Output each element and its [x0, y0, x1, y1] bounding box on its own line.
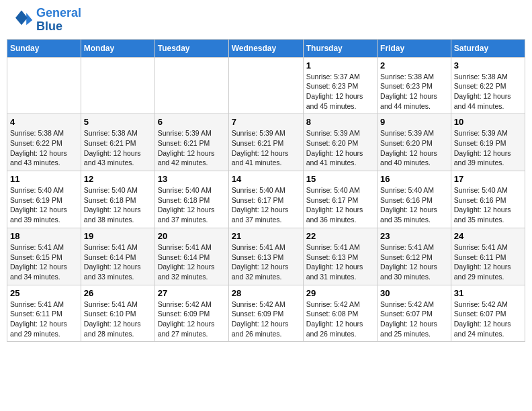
calendar-cell: 19Sunrise: 5:41 AMSunset: 6:14 PMDayligh…: [81, 228, 154, 285]
day-number: 22: [306, 231, 374, 241]
day-info: Sunrise: 5:42 AMSunset: 6:08 PMDaylight:…: [306, 300, 374, 339]
calendar-cell: 2Sunrise: 5:38 AMSunset: 6:23 PMDaylight…: [378, 57, 451, 114]
day-number: 13: [158, 174, 226, 184]
weekday-header-monday: Monday: [81, 39, 154, 57]
calendar-cell: 21Sunrise: 5:41 AMSunset: 6:13 PMDayligh…: [228, 228, 303, 285]
day-number: 9: [380, 117, 448, 127]
day-info: Sunrise: 5:39 AMSunset: 6:21 PMDaylight:…: [232, 128, 300, 168]
day-info: Sunrise: 5:38 AMSunset: 6:21 PMDaylight:…: [84, 128, 152, 168]
weekday-header-tuesday: Tuesday: [154, 39, 228, 57]
day-number: 1: [306, 60, 374, 71]
day-info: Sunrise: 5:42 AMSunset: 6:09 PMDaylight:…: [158, 300, 226, 339]
day-info: Sunrise: 5:38 AMSunset: 6:22 PMDaylight:…: [454, 72, 522, 111]
day-number: 31: [454, 288, 522, 298]
calendar-table: SundayMondayTuesdayWednesdayThursdayFrid…: [7, 39, 525, 342]
day-info: Sunrise: 5:40 AMSunset: 6:18 PMDaylight:…: [158, 185, 226, 225]
day-number: 26: [84, 288, 152, 298]
day-number: 24: [454, 231, 522, 241]
day-info: Sunrise: 5:40 AMSunset: 6:16 PMDaylight:…: [380, 185, 448, 225]
calendar-cell: 1Sunrise: 5:37 AMSunset: 6:23 PMDaylight…: [303, 57, 377, 114]
day-info: Sunrise: 5:39 AMSunset: 6:20 PMDaylight:…: [380, 128, 448, 168]
day-number: 19: [84, 231, 152, 241]
day-info: Sunrise: 5:39 AMSunset: 6:20 PMDaylight:…: [306, 128, 374, 168]
calendar-cell: 31Sunrise: 5:42 AMSunset: 6:07 PMDayligh…: [451, 285, 525, 342]
day-info: Sunrise: 5:41 AMSunset: 6:13 PMDaylight:…: [306, 242, 374, 282]
day-number: 27: [158, 288, 226, 298]
logo-text: General Blue: [36, 7, 81, 34]
day-info: Sunrise: 5:41 AMSunset: 6:14 PMDaylight:…: [84, 242, 152, 282]
calendar-cell: 9Sunrise: 5:39 AMSunset: 6:20 PMDaylight…: [378, 114, 451, 171]
day-number: 29: [306, 288, 374, 298]
day-number: 10: [454, 117, 522, 127]
day-info: Sunrise: 5:38 AMSunset: 6:22 PMDaylight:…: [10, 128, 78, 168]
calendar-cell: 13Sunrise: 5:40 AMSunset: 6:18 PMDayligh…: [154, 171, 228, 228]
day-number: 11: [10, 174, 78, 184]
day-number: 7: [232, 117, 300, 127]
calendar-cell: 11Sunrise: 5:40 AMSunset: 6:19 PMDayligh…: [7, 171, 81, 228]
calendar-cell: 6Sunrise: 5:39 AMSunset: 6:21 PMDaylight…: [154, 114, 228, 171]
day-info: Sunrise: 5:41 AMSunset: 6:15 PMDaylight:…: [10, 242, 78, 282]
calendar-cell: 16Sunrise: 5:40 AMSunset: 6:16 PMDayligh…: [378, 171, 451, 228]
day-info: Sunrise: 5:40 AMSunset: 6:16 PMDaylight:…: [454, 185, 522, 225]
day-number: 14: [232, 174, 300, 184]
day-number: 8: [306, 117, 374, 127]
day-info: Sunrise: 5:41 AMSunset: 6:14 PMDaylight:…: [158, 242, 226, 282]
calendar-cell: 4Sunrise: 5:38 AMSunset: 6:22 PMDaylight…: [7, 114, 81, 171]
day-number: 15: [306, 174, 374, 184]
day-info: Sunrise: 5:42 AMSunset: 6:09 PMDaylight:…: [232, 300, 300, 339]
day-info: Sunrise: 5:39 AMSunset: 6:21 PMDaylight:…: [158, 128, 226, 168]
calendar-cell: 3Sunrise: 5:38 AMSunset: 6:22 PMDaylight…: [451, 57, 525, 114]
day-info: Sunrise: 5:42 AMSunset: 6:07 PMDaylight:…: [454, 300, 522, 339]
logo: General Blue: [9, 7, 81, 34]
calendar-cell: 15Sunrise: 5:40 AMSunset: 6:17 PMDayligh…: [303, 171, 377, 228]
day-number: 30: [380, 288, 448, 298]
day-number: 4: [10, 117, 78, 127]
calendar-cell: 23Sunrise: 5:41 AMSunset: 6:12 PMDayligh…: [378, 228, 451, 285]
weekday-header-wednesday: Wednesday: [228, 39, 303, 57]
svg-marker-0: [26, 13, 32, 25]
day-info: Sunrise: 5:40 AMSunset: 6:17 PMDaylight:…: [306, 185, 374, 225]
day-number: 17: [454, 174, 522, 184]
calendar-cell: 17Sunrise: 5:40 AMSunset: 6:16 PMDayligh…: [451, 171, 525, 228]
day-info: Sunrise: 5:40 AMSunset: 6:19 PMDaylight:…: [10, 185, 78, 225]
weekday-header-sunday: Sunday: [7, 39, 81, 57]
calendar-cell: 25Sunrise: 5:41 AMSunset: 6:11 PMDayligh…: [7, 285, 81, 342]
calendar-cell: 10Sunrise: 5:39 AMSunset: 6:19 PMDayligh…: [451, 114, 525, 171]
calendar-cell: 5Sunrise: 5:38 AMSunset: 6:21 PMDaylight…: [81, 114, 154, 171]
day-info: Sunrise: 5:39 AMSunset: 6:19 PMDaylight:…: [454, 128, 522, 168]
day-number: 20: [158, 231, 226, 241]
day-number: 23: [380, 231, 448, 241]
calendar-cell: 27Sunrise: 5:42 AMSunset: 6:09 PMDayligh…: [154, 285, 228, 342]
day-number: 12: [84, 174, 152, 184]
calendar-cell: 20Sunrise: 5:41 AMSunset: 6:14 PMDayligh…: [154, 228, 228, 285]
weekday-header-saturday: Saturday: [451, 39, 525, 57]
day-number: 25: [10, 288, 78, 298]
calendar-cell: 12Sunrise: 5:40 AMSunset: 6:18 PMDayligh…: [81, 171, 154, 228]
calendar-cell: 22Sunrise: 5:41 AMSunset: 6:13 PMDayligh…: [303, 228, 377, 285]
day-number: 28: [232, 288, 300, 298]
calendar-cell: 29Sunrise: 5:42 AMSunset: 6:08 PMDayligh…: [303, 285, 377, 342]
calendar-cell: 30Sunrise: 5:42 AMSunset: 6:07 PMDayligh…: [378, 285, 451, 342]
day-number: 18: [10, 231, 78, 241]
day-number: 2: [380, 60, 448, 71]
calendar-cell: [228, 57, 303, 114]
day-info: Sunrise: 5:41 AMSunset: 6:11 PMDaylight:…: [10, 300, 78, 339]
calendar-cell: 7Sunrise: 5:39 AMSunset: 6:21 PMDaylight…: [228, 114, 303, 171]
calendar-cell: 28Sunrise: 5:42 AMSunset: 6:09 PMDayligh…: [228, 285, 303, 342]
day-number: 3: [454, 60, 522, 71]
calendar-cell: 26Sunrise: 5:41 AMSunset: 6:10 PMDayligh…: [81, 285, 154, 342]
day-number: 21: [232, 231, 300, 241]
day-number: 5: [84, 117, 152, 127]
day-info: Sunrise: 5:37 AMSunset: 6:23 PMDaylight:…: [306, 72, 374, 111]
day-number: 16: [380, 174, 448, 184]
calendar-cell: 14Sunrise: 5:40 AMSunset: 6:17 PMDayligh…: [228, 171, 303, 228]
day-info: Sunrise: 5:38 AMSunset: 6:23 PMDaylight:…: [380, 72, 448, 111]
day-info: Sunrise: 5:40 AMSunset: 6:18 PMDaylight:…: [84, 185, 152, 225]
logo-icon: [9, 8, 34, 32]
day-info: Sunrise: 5:42 AMSunset: 6:07 PMDaylight:…: [380, 300, 448, 339]
day-info: Sunrise: 5:41 AMSunset: 6:10 PMDaylight:…: [84, 300, 152, 339]
calendar-cell: 18Sunrise: 5:41 AMSunset: 6:15 PMDayligh…: [7, 228, 81, 285]
calendar-cell: [81, 57, 154, 114]
day-info: Sunrise: 5:40 AMSunset: 6:17 PMDaylight:…: [232, 185, 300, 225]
calendar-cell: [154, 57, 228, 114]
